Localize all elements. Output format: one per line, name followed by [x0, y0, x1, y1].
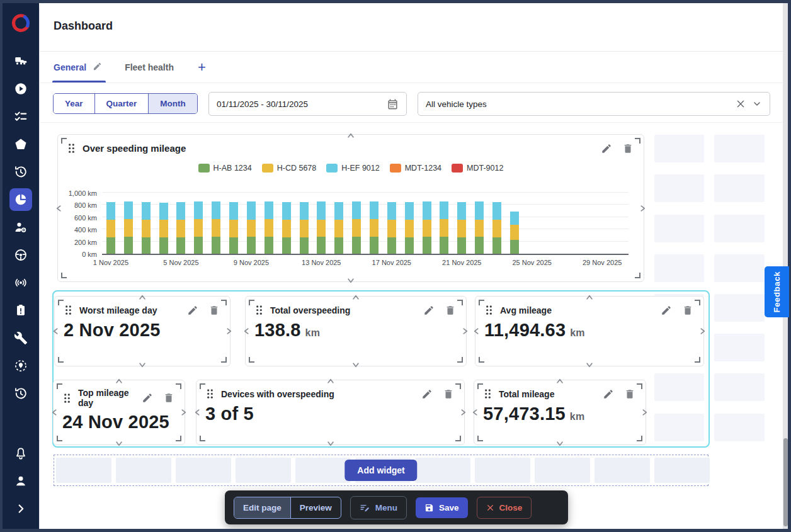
add-tab-button[interactable]: + — [198, 59, 206, 76]
edit-widget-icon[interactable] — [142, 392, 153, 404]
edit-widget-icon[interactable] — [601, 143, 612, 154]
chart-bar[interactable] — [457, 202, 466, 254]
sidebar-item-geofence[interactable] — [9, 354, 32, 377]
resize-t-arrow[interactable] — [348, 132, 355, 139]
resize-t-arrow[interactable] — [116, 378, 123, 385]
delete-widget-icon[interactable] — [443, 388, 454, 400]
kpi-widget[interactable]: Avg mileage11,494.63km — [475, 296, 704, 366]
delete-widget-icon[interactable] — [624, 388, 635, 400]
edit-widget-icon[interactable] — [603, 388, 614, 400]
sidebar-item-tasks[interactable] — [9, 105, 32, 128]
sidebar-item-expand[interactable] — [9, 497, 32, 520]
chart-bar[interactable] — [176, 202, 185, 254]
kpi-widget[interactable]: Worst mileage day2 Nov 2025 — [54, 296, 230, 366]
resize-l-arrow[interactable] — [194, 409, 201, 416]
sidebar-item-playback[interactable] — [9, 77, 32, 100]
menu-button[interactable]: Menu — [350, 496, 407, 519]
kpi-widget[interactable]: Top mileage day24 Nov 2025 — [53, 380, 185, 445]
chart-bar[interactable] — [334, 202, 343, 254]
delete-widget-icon[interactable] — [208, 305, 220, 316]
chart-bar[interactable] — [124, 201, 133, 254]
drag-handle-icon[interactable] — [483, 388, 492, 400]
resize-l-arrow[interactable] — [472, 409, 479, 416]
clear-icon[interactable] — [736, 99, 746, 109]
resize-r-arrow[interactable] — [462, 328, 469, 335]
chart-bar[interactable] — [370, 201, 378, 254]
sidebar-item-maintenance[interactable] — [9, 327, 32, 349]
resize-b-arrow[interactable] — [139, 361, 146, 368]
app-logo[interactable] — [8, 11, 33, 36]
resize-l-arrow[interactable] — [52, 328, 59, 335]
resize-b-arrow[interactable] — [557, 440, 564, 447]
drag-handle-icon[interactable] — [254, 304, 264, 316]
resize-b-arrow[interactable] — [116, 440, 123, 447]
drag-handle-icon[interactable] — [205, 388, 215, 400]
delete-widget-icon[interactable] — [622, 143, 634, 154]
sidebar-item-signal[interactable] — [9, 271, 32, 294]
period-quarter-button[interactable]: Quarter — [95, 94, 149, 113]
sidebar-item-profile[interactable] — [9, 470, 32, 492]
preview-button[interactable]: Preview — [291, 497, 341, 518]
resize-b-arrow[interactable] — [327, 440, 334, 447]
calendar-icon[interactable] — [387, 98, 399, 110]
resize-r-arrow[interactable] — [641, 409, 648, 416]
chart-bar[interactable] — [106, 202, 115, 254]
chart-bar[interactable] — [142, 202, 151, 254]
chart-bar[interactable] — [405, 202, 414, 254]
chart-bar[interactable] — [212, 201, 220, 254]
delete-widget-icon[interactable] — [163, 392, 174, 404]
chart-bar[interactable] — [194, 201, 203, 254]
chart-bar[interactable] — [247, 201, 256, 254]
sidebar-item-trips-history[interactable] — [9, 382, 32, 405]
close-button[interactable]: Close — [477, 497, 532, 519]
resize-b-arrow[interactable] — [586, 361, 593, 368]
kpi-widget[interactable]: Total mileage57,473.15km — [474, 380, 646, 445]
chevron-down-icon[interactable] — [752, 99, 762, 109]
chart-widget-overspeeding-mileage[interactable]: Over speeding mileageH-AB 1234H-CD 5678H… — [57, 134, 644, 282]
sidebar-item-history[interactable] — [9, 161, 32, 183]
add-widget-button[interactable]: Add widget — [344, 460, 417, 481]
period-month-button[interactable]: Month — [149, 94, 196, 113]
save-button[interactable]: Save — [416, 497, 468, 518]
resize-l-arrow[interactable] — [473, 328, 480, 335]
tab-general[interactable]: General — [54, 52, 102, 82]
resize-r-arrow[interactable] — [225, 328, 232, 335]
chart-bar[interactable] — [492, 202, 501, 254]
scrollbar-thumb[interactable] — [783, 438, 788, 526]
date-range-input[interactable]: 01/11/2025 - 30/11/2025 — [208, 92, 407, 116]
resize-l-arrow[interactable] — [243, 328, 250, 335]
resize-r-arrow[interactable] — [639, 205, 646, 212]
chart-bar[interactable] — [510, 212, 519, 254]
resize-t-arrow[interactable] — [327, 378, 334, 385]
delete-widget-icon[interactable] — [682, 305, 693, 316]
edit-widget-icon[interactable] — [661, 305, 672, 316]
chart-bar[interactable] — [229, 202, 238, 254]
edit-tab-icon[interactable] — [93, 62, 102, 73]
resize-t-arrow[interactable] — [586, 294, 593, 301]
chart-bar[interactable] — [440, 201, 448, 254]
sidebar-item-device-alert[interactable] — [9, 299, 32, 322]
edit-page-button[interactable]: Edit page — [234, 497, 291, 518]
sidebar-item-driver[interactable] — [9, 216, 32, 239]
feedback-tab[interactable]: Feedback — [765, 266, 789, 317]
drag-handle-icon[interactable] — [64, 304, 73, 316]
chart-bar[interactable] — [387, 202, 396, 254]
vehicle-type-select[interactable]: All vehicle types — [418, 92, 770, 116]
chart-bar[interactable] — [300, 202, 309, 254]
chart-bar[interactable] — [282, 202, 291, 254]
sidebar-item-dashboard-pie[interactable] — [9, 188, 32, 211]
kpi-widget[interactable]: Devices with overspeeding3 of 5 — [196, 380, 465, 445]
chart-bar[interactable] — [475, 201, 484, 254]
resize-r-arrow[interactable] — [460, 409, 467, 416]
delete-widget-icon[interactable] — [445, 305, 456, 316]
drag-handle-icon[interactable] — [67, 142, 76, 154]
resize-t-arrow[interactable] — [139, 294, 146, 301]
resize-r-arrow[interactable] — [180, 409, 187, 416]
resize-l-arrow[interactable] — [51, 409, 58, 416]
chart-bar[interactable] — [423, 201, 431, 254]
edit-widget-icon[interactable] — [187, 305, 198, 316]
period-year-button[interactable]: Year — [54, 94, 95, 113]
chart-bar[interactable] — [317, 201, 326, 254]
drag-handle-icon[interactable] — [484, 304, 494, 316]
resize-b-arrow[interactable] — [353, 361, 360, 368]
